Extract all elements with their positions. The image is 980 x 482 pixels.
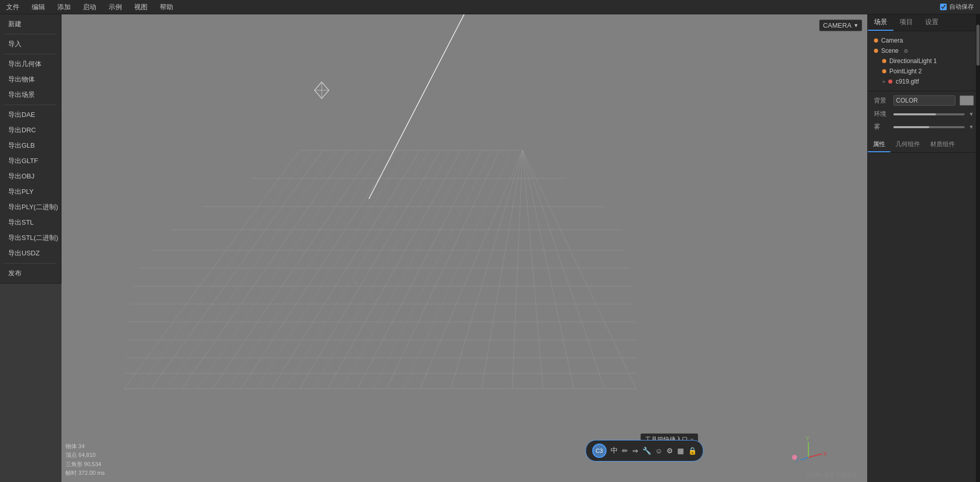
- crosshair-icon: +: [353, 278, 358, 287]
- pointlight-dot: [882, 69, 886, 73]
- autosave-container: 自动保存: [940, 3, 974, 11]
- fog-row: 雾 ▼: [874, 123, 974, 131]
- menu-export-gltf[interactable]: 导出GLTF: [0, 153, 61, 169]
- tree-item-c919[interactable]: + c919.gltf: [868, 76, 980, 87]
- menu-export-obj2[interactable]: 导出OBJ: [0, 169, 61, 184]
- autosave-checkbox[interactable]: [940, 4, 947, 10]
- svg-line-23: [387, 150, 499, 389]
- toolbar-lock-icon[interactable]: 🔒: [688, 447, 697, 455]
- toolbar-avatar[interactable]: C3: [592, 444, 607, 458]
- toolbar-arrow-icon[interactable]: ⇒: [632, 447, 638, 455]
- env-controls: 背景 COLOR 环境 ▼ 雾 ▼: [868, 91, 980, 135]
- svg-line-33: [166, 150, 336, 389]
- tree-add-icon: +: [882, 78, 885, 85]
- menu-edit[interactable]: 编辑: [30, 2, 47, 13]
- menu-export-ply[interactable]: 导出PLY: [0, 184, 61, 199]
- svg-line-35: [228, 150, 384, 389]
- tab-settings[interactable]: 设置: [919, 14, 945, 31]
- toolbar-center-icon[interactable]: 中: [611, 446, 618, 455]
- tree-scene-label: Scene: [881, 47, 899, 54]
- toolbar-grid-icon[interactable]: ▦: [677, 447, 684, 455]
- scene-settings-icon[interactable]: ⚙: [904, 48, 908, 54]
- svg-line-38: [314, 150, 451, 389]
- menu-import[interactable]: 导入: [0, 36, 61, 52]
- toolbar-wrench-icon[interactable]: 🔧: [642, 447, 651, 455]
- menu-help[interactable]: 帮助: [158, 2, 175, 13]
- toolbar-edit-icon[interactable]: ✏: [622, 447, 628, 455]
- svg-line-36: [256, 150, 407, 389]
- autosave-label: 自动保存: [949, 3, 974, 11]
- menu-examples[interactable]: 示例: [107, 2, 124, 13]
- prop-tab-attributes[interactable]: 属性: [868, 137, 890, 152]
- right-panel: 场景 项目 设置 Camera Scene ⚙ DirectionalLight…: [867, 14, 980, 482]
- camera-dot: [874, 38, 878, 43]
- menu-file[interactable]: 文件: [4, 2, 22, 13]
- divider: [4, 105, 57, 105]
- tree-item-dirlight[interactable]: DirectionalLight 1: [868, 56, 980, 66]
- frametime-stat: 帧时 372.00 ms: [66, 469, 105, 478]
- axes-indicator: Y X Z: [790, 434, 826, 467]
- svg-line-39: [342, 150, 471, 389]
- svg-line-49: [801, 457, 808, 460]
- menu-view[interactable]: 视图: [132, 2, 150, 13]
- tree-pointlight-label: PointLight 2: [889, 68, 922, 75]
- menu-new[interactable]: 新建: [0, 16, 61, 32]
- svg-line-30: [523, 150, 604, 389]
- csdn-watermark: CSDN @在下胡三汉 ~: [806, 471, 862, 479]
- dirlight-dot: [882, 59, 886, 63]
- toolbar-face-icon[interactable]: ☺: [655, 447, 662, 455]
- tab-project[interactable]: 项目: [893, 14, 919, 31]
- camera-selector[interactable]: CAMERA ▼: [819, 19, 862, 31]
- fog-slider-bar: [893, 126, 965, 128]
- tree-item-pointlight[interactable]: PointLight 2: [868, 66, 980, 76]
- prop-tab-geo[interactable]: 几何组件: [890, 137, 925, 152]
- env-slider-container: [893, 113, 965, 115]
- tree-item-scene[interactable]: Scene ⚙: [868, 46, 980, 56]
- svg-line-32: [137, 150, 312, 389]
- svg-line-20: [300, 150, 441, 389]
- viewport[interactable]: + CAMERA ▼ Y X Z 物体 34 顶点 64,810 三角形 9: [61, 14, 867, 482]
- svg-point-51: [792, 455, 797, 460]
- prop-tab-material[interactable]: 材质组件: [925, 137, 960, 152]
- prop-tabs: 属性 几何组件 材质组件: [868, 137, 980, 153]
- menu-export-glb[interactable]: 导出GLB: [0, 138, 61, 153]
- menu-export-dae[interactable]: 导出DAE: [0, 107, 61, 123]
- toolbar-popup: C3 中 ✏ ⇒ 🔧 ☺ ⚙ ▦ 🔒: [586, 440, 703, 461]
- svg-line-14: [124, 150, 300, 389]
- menu-export-drc[interactable]: 导出DRC: [0, 123, 61, 138]
- svg-line-47: [808, 454, 822, 457]
- tab-scene[interactable]: 场景: [868, 14, 893, 31]
- env-row: 环境 ▼: [874, 110, 974, 118]
- stats-panel: 物体 34 顶点 64,810 三角形 90,534 帧时 372.00 ms: [66, 442, 105, 478]
- tree-item-camera[interactable]: Camera: [868, 35, 980, 46]
- menu-publish[interactable]: 发布: [0, 266, 61, 281]
- menu-start[interactable]: 启动: [81, 2, 98, 13]
- scene-dot: [874, 49, 878, 53]
- env-slider-bar: [893, 113, 965, 115]
- svg-line-0: [369, 14, 464, 199]
- menu-export-usdz[interactable]: 导出USDZ: [0, 246, 61, 261]
- svg-line-31: [523, 150, 636, 389]
- menu-bar: 文件 编辑 添加 启动 示例 视图 帮助: [0, 0, 980, 14]
- svg-line-17: [213, 150, 374, 389]
- right-scrollbar[interactable]: [976, 14, 980, 482]
- svg-line-40: [373, 150, 492, 389]
- right-panel-tabs: 场景 项目 设置: [868, 14, 980, 31]
- env-chevron-icon: ▼: [969, 111, 974, 117]
- menu-export-stl-bin[interactable]: 导出STL(二进制): [0, 230, 61, 246]
- toolbar-gear-icon[interactable]: ⚙: [666, 447, 673, 455]
- menu-export-scene[interactable]: 导出场景: [0, 87, 61, 103]
- menu-add[interactable]: 添加: [55, 2, 73, 13]
- menu-export-stl[interactable]: 导出STL: [0, 215, 61, 230]
- fog-slider-fill: [893, 126, 929, 128]
- left-menu: 新建 导入 导出几何体 导出物体 导出场景 导出DAE 导出DRC 导出GLB …: [0, 14, 61, 284]
- menu-export-obj[interactable]: 导出物体: [0, 72, 61, 87]
- svg-line-22: [358, 150, 482, 389]
- menu-export-ply-bin[interactable]: 导出PLY(二进制): [0, 199, 61, 215]
- camera-label: CAMERA: [823, 22, 851, 29]
- fog-label: 雾: [874, 123, 889, 131]
- bg-color-swatch[interactable]: [960, 95, 974, 106]
- bg-mode-select[interactable]: COLOR: [893, 95, 955, 106]
- camera-icon: [312, 81, 331, 101]
- menu-export-geo[interactable]: 导出几何体: [0, 56, 61, 72]
